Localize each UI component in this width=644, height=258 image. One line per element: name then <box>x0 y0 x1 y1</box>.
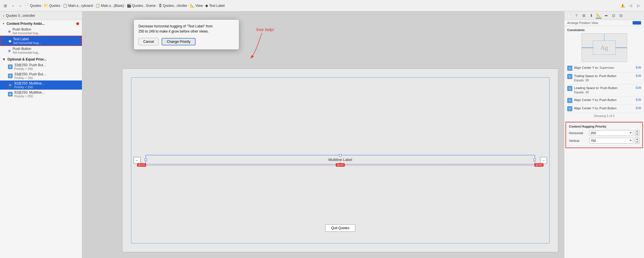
item33-2-label: 33@250: Push But... <box>14 72 46 76</box>
cr-icon-3: ⊟ <box>567 86 572 91</box>
text-label-icon: ◆ <box>205 3 208 8</box>
nav-forward-icon[interactable]: ▷ <box>635 3 642 9</box>
item92-2-label: 92@250: Multiline... <box>14 90 45 94</box>
tab-help-icon[interactable]: ? <box>573 13 579 19</box>
popup-dialog: Decrease horizontal hugging of "Text Lab… <box>134 19 239 50</box>
cr-text-4: Align Center Y to: Push Button <box>574 98 634 102</box>
warning-icon[interactable]: ⚠️ <box>619 3 626 9</box>
arrange-position-label: Arrange Position View <box>567 21 598 25</box>
handle-left <box>145 159 147 161</box>
tab-right-icon[interactable]: ➡ <box>603 13 609 19</box>
scene-icon: 🎬 <box>127 3 131 8</box>
push-button-1-label: Push Button <box>13 27 41 31</box>
cr-edit-3[interactable]: Edit <box>636 86 641 89</box>
section-label: Content Priority Ambi... <box>7 22 45 26</box>
horizontal-priority-select[interactable]: 250 249 251 750 1000 <box>589 130 633 136</box>
horizontal-label: Horizontal <box>569 131 587 135</box>
quit-button[interactable]: Quit Quotes <box>325 224 355 232</box>
tree-subitem-92-2[interactable]: ⊞ 92@250: Multiline... Priority = 250 <box>0 90 82 99</box>
item33-1-sub: Priority = 250 <box>14 67 46 70</box>
error-dot <box>76 22 79 25</box>
cr-edit-4[interactable]: Edit <box>636 98 641 101</box>
bc-quotes-folder[interactable]: 📁 Quotes <box>44 3 60 8</box>
cr-icon-4: ⊟ <box>567 98 572 103</box>
cr-edit-1[interactable]: Edit <box>636 66 641 69</box>
controller-icon: 🎛 <box>158 3 162 8</box>
handle-right <box>534 159 536 161</box>
breadcrumb: 📄 Quotes › 📁 Quotes › 📋 Main.s...ryboard… <box>25 3 618 8</box>
tab-file-icon[interactable]: 📄 <box>566 13 572 19</box>
constraint-icon-4: ⊞ <box>8 92 13 96</box>
structure-back-arrow[interactable]: ‹ <box>3 13 4 18</box>
tree-subitem-92-1[interactable]: ⊞ 92@250: Multiline... Priority = 250 <box>0 80 82 90</box>
item92-1-label: 92@250: Multiline... <box>14 81 45 85</box>
cv-line-top <box>604 34 605 41</box>
nav-back-icon[interactable]: ◁ <box>627 3 634 9</box>
grid-icon[interactable]: ⊞ <box>2 3 9 9</box>
push-button-2-sub: Set horizontal hug... <box>13 51 41 54</box>
center-canvas-area: Decrease horizontal hugging of "Text Lab… <box>82 11 564 258</box>
back-button[interactable]: ‹ <box>10 3 16 9</box>
main-layout: ‹ Quotes V...ontroller ▼ Content Priorit… <box>0 11 644 258</box>
tab-box-icon[interactable]: ⊡ <box>611 13 616 19</box>
left-panel-header: ‹ Quotes V...ontroller <box>0 11 82 20</box>
tree-item-push-button-1[interactable]: ◆ Push Button Set horizontal hug... <box>0 27 82 36</box>
change-priority-button[interactable]: Change Priority <box>162 38 196 45</box>
toolbar-right: ⚠️ ◁ ▷ <box>619 3 642 9</box>
showing-count: Showing 5 of 5 <box>567 113 641 119</box>
cv-text: Ag <box>600 44 608 51</box>
arrow-left-button[interactable]: ← <box>134 157 140 164</box>
tree-item-text-label[interactable]: ◆ Text Label Set horizontal hug... <box>0 36 82 46</box>
vertical-priority-row: Vertical 750 250 1000 ▲ ▼ <box>569 138 639 144</box>
tab-grid-icon[interactable]: ⊞ <box>581 13 587 19</box>
section-optional-equal[interactable]: ▼ Optional & Equal Prior... <box>0 55 82 62</box>
vertical-priority-select[interactable]: 750 250 1000 <box>589 138 633 144</box>
right-panel: 📄 ? ⊞ ⬇ 📐 ➡ ⊡ ⊟ Arrange Position View Co… <box>564 11 644 258</box>
bc-quotes-file[interactable]: 📄 Quotes <box>25 3 41 8</box>
bc-storyboard-base[interactable]: 📋 Main.s...(Base) <box>95 3 124 8</box>
cr-edit-2[interactable]: Edit <box>636 74 641 77</box>
tree-item-push-button-2[interactable]: ◆ Push Button Set horizontal hug... <box>0 46 82 55</box>
vertical-stepper-down[interactable]: ▼ <box>635 141 639 144</box>
content-hugging-priority-section: Content Hugging Priority Horizontal 250 … <box>565 122 643 148</box>
tab-active-icon[interactable]: 📐 <box>596 13 601 19</box>
section-content-priority[interactable]: ▼ Content Priority Ambi... <box>0 20 82 27</box>
constraint-badge-left: @250 <box>137 163 146 167</box>
push-button-1-sub: Set horizontal hug... <box>13 31 41 35</box>
tree-subitem-33-1[interactable]: ⊞ 33@250: Push But... Priority = 250 <box>0 62 82 71</box>
item92-1-sub: Priority = 250 <box>14 85 45 89</box>
cr-edit-5[interactable]: Edit <box>636 106 641 110</box>
cv-line-left <box>582 47 593 48</box>
tab-layout-icon[interactable]: ⊟ <box>618 13 624 19</box>
horizontal-stepper-down[interactable]: ▼ <box>635 133 639 136</box>
inner-canvas: ← → Mu <box>131 77 550 243</box>
constraint-icon-1: ⊞ <box>8 64 13 69</box>
constraints-visual: Ag <box>581 33 627 62</box>
triangle-icon: ▼ <box>2 22 5 25</box>
cr-icon-1: ⊟ <box>567 66 572 71</box>
tree-subitem-33-2[interactable]: ⊞ 33@250: Push But... Priority = 250 <box>0 71 82 80</box>
bc-controller[interactable]: 🎛 Quotes...ntroller <box>158 3 187 8</box>
vertical-stepper-up[interactable]: ▲ <box>635 138 639 141</box>
arrow-right-button[interactable]: → <box>540 157 547 164</box>
constraint-row-leading: ⊟ Leading Space to: Push Button Equals: … <box>567 84 641 96</box>
vertical-priority-stepper[interactable]: ▲ ▼ <box>635 138 639 144</box>
forward-button[interactable]: › <box>17 3 23 9</box>
triangle-icon-2: ▼ <box>2 57 6 61</box>
horizontal-stepper-up[interactable]: ▲ <box>635 130 639 133</box>
cr-text-5: Align Center Y to: Push Button <box>574 106 634 110</box>
bc-view[interactable]: 📐 View <box>190 3 203 8</box>
constraints-section: Constraints Ag ⊟ Align Center Y to: Supe… <box>564 26 644 122</box>
left-panel: ‹ Quotes V...ontroller ▼ Content Priorit… <box>0 11 82 258</box>
bc-scene[interactable]: 🎬 Quotes...Scene <box>127 3 156 8</box>
popup-buttons: Cancel Change Priority <box>138 38 234 45</box>
horizontal-priority-stepper[interactable]: ▲ ▼ <box>635 130 639 136</box>
constraint-badge-center: @250 <box>336 163 345 167</box>
tab-down-icon[interactable]: ⬇ <box>588 13 594 19</box>
annotation-free-help: free help! <box>256 27 274 32</box>
arrow-right-icon: → <box>542 158 545 162</box>
folder-icon: 📁 <box>44 3 48 8</box>
bc-storyboard[interactable]: 📋 Main.s...ryboard <box>63 3 93 8</box>
bc-text-label[interactable]: ◆ Text Label <box>205 3 225 8</box>
cancel-button[interactable]: Cancel <box>138 38 159 45</box>
